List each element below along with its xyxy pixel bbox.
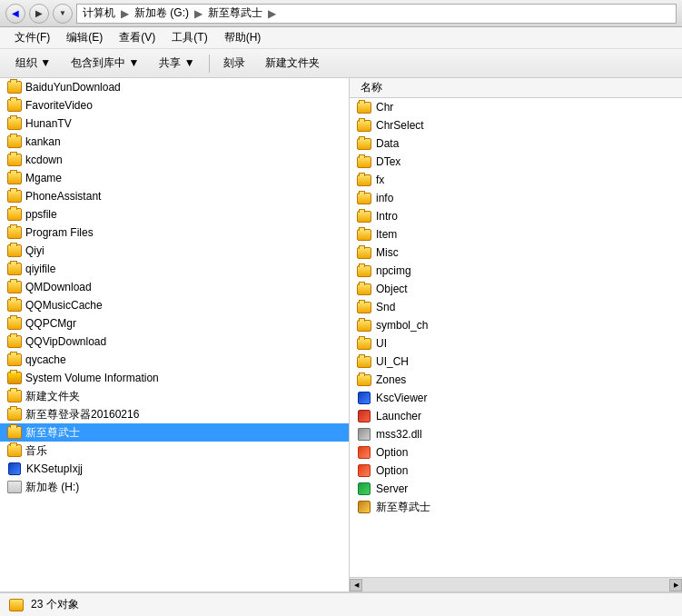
back-button[interactable]: ◀	[5, 4, 25, 24]
right-panel-item[interactable]: ChrSelect	[350, 116, 682, 134]
address-sep-3: ▶	[268, 7, 276, 20]
menu-edit[interactable]: 编辑(E)	[59, 28, 110, 47]
right-panel-item-label: KscViewer	[376, 392, 427, 404]
left-panel-item[interactable]: qycache	[0, 351, 349, 369]
dll-icon	[357, 427, 371, 442]
up-button[interactable]: ▼	[53, 4, 73, 24]
main-area: BaiduYunDownloadFavoriteVideoHunanTVkank…	[0, 78, 682, 592]
address-sep-2: ▶	[194, 7, 203, 20]
left-panel-item[interactable]: QMDownload	[0, 278, 349, 296]
folder-icon	[357, 374, 371, 386]
right-panel-item[interactable]: Option	[350, 443, 682, 462]
left-panel-item[interactable]: 新至尊武士	[0, 423, 349, 442]
left-panel-item[interactable]: HunanTV	[0, 114, 349, 133]
folder-icon	[7, 244, 22, 257]
right-panel-item[interactable]: Snd	[350, 298, 682, 316]
exe-option-icon	[357, 445, 371, 460]
menu-tools[interactable]: 工具(T)	[164, 28, 214, 47]
drive-icon	[7, 481, 22, 493]
right-panel-item-label: Misc	[376, 246, 399, 259]
left-panel-item[interactable]: QQPCMgr	[0, 314, 349, 333]
new-folder-button[interactable]: 新建文件夹	[257, 53, 328, 75]
left-panel-item[interactable]: KKSetupIxjj	[0, 460, 349, 478]
left-panel-item[interactable]: ppsfile	[0, 205, 349, 224]
right-panel-item[interactable]: Item	[350, 225, 682, 243]
left-panel-item[interactable]: 音乐	[0, 442, 349, 460]
right-panel-item[interactable]: Misc	[350, 243, 682, 262]
left-panel-item[interactable]: PhoneAssistant	[0, 187, 349, 205]
col-header-name[interactable]: 名称	[357, 80, 386, 95]
address-bar[interactable]: 计算机 ▶ 新加卷 (G:) ▶ 新至尊武士 ▶	[76, 4, 677, 24]
left-scroll-area[interactable]: BaiduYunDownloadFavoriteVideoHunanTVkank…	[0, 78, 349, 591]
folder-icon	[7, 281, 22, 293]
left-panel-item[interactable]: Qiyi	[0, 242, 349, 260]
right-panel-item[interactable]: Launcher	[350, 407, 682, 425]
right-panel-item-label: Item	[376, 228, 397, 241]
organize-button[interactable]: 组织 ▼	[7, 53, 59, 75]
hscroll-right-button[interactable]: ▶	[669, 579, 682, 591]
folder-icon	[357, 265, 371, 277]
left-panel-item[interactable]: QQMusicCache	[0, 296, 349, 314]
left-panel-item-label: qiyifile	[25, 263, 55, 275]
menu-view[interactable]: 查看(V)	[112, 28, 163, 47]
right-panel-item[interactable]: mss32.dll	[350, 425, 682, 443]
menu-help[interactable]: 帮助(H)	[217, 28, 269, 47]
left-panel-item[interactable]: System Volume Information	[0, 369, 349, 387]
left-panel-item[interactable]: 新至尊登录器20160216	[0, 405, 349, 423]
left-panel-item-label: BaiduYunDownload	[25, 81, 121, 94]
folder-icon	[357, 320, 371, 332]
right-panel-item-label: mss32.dll	[376, 428, 422, 441]
left-panel-item-label: 新至尊登录器20160216	[25, 407, 139, 422]
left-panel-item-label: FavoriteVideo	[25, 99, 93, 112]
folder-icon	[7, 226, 22, 239]
right-panel-item-label: Launcher	[376, 410, 421, 422]
left-panel-item[interactable]: kankan	[0, 133, 349, 151]
right-panel-item-label: Server	[376, 482, 408, 495]
left-panel-item[interactable]: 新建文件夹	[0, 387, 349, 405]
folder-icon	[7, 135, 22, 148]
share-button[interactable]: 共享 ▼	[151, 53, 203, 75]
folder-icon	[7, 335, 22, 348]
include-library-button[interactable]: 包含到库中 ▼	[63, 53, 147, 75]
left-panel-item[interactable]: QQVipDownload	[0, 333, 349, 351]
exe-option-icon	[357, 463, 371, 478]
right-header: 名称	[350, 78, 682, 98]
menu-file[interactable]: 文件(F)	[7, 28, 57, 47]
left-panel-item-label: 新至尊武士	[25, 425, 80, 441]
left-panel-item-label: 音乐	[25, 443, 47, 459]
right-panel-item[interactable]: symbol_ch	[350, 316, 682, 334]
right-panel-item-label: Option	[376, 464, 408, 477]
left-panel-item[interactable]: qiyifile	[0, 260, 349, 278]
left-panel-item[interactable]: BaiduYunDownload	[0, 78, 349, 96]
left-panel-item-label: ppsfile	[25, 208, 57, 221]
right-panel-item[interactable]: fx	[350, 171, 682, 189]
right-panel-item[interactable]: 新至尊武士	[350, 498, 682, 516]
right-panel-item[interactable]: KscViewer	[350, 389, 682, 407]
right-panel-item[interactable]: Object	[350, 280, 682, 298]
burn-button[interactable]: 刻录	[215, 53, 253, 75]
left-panel-item-label: PhoneAssistant	[25, 190, 101, 203]
right-scroll-area[interactable]: ChrChrSelectDataDTexfxinfoIntroItemMiscn…	[350, 98, 682, 577]
left-panel-item[interactable]: Program Files	[0, 224, 349, 242]
folder-icon	[7, 444, 22, 457]
left-panel-item[interactable]: 新加卷 (H:)	[0, 478, 349, 496]
right-panel-item[interactable]: Option	[350, 462, 682, 480]
right-panel-item[interactable]: npcimg	[350, 262, 682, 280]
forward-button[interactable]: ▶	[29, 4, 49, 24]
hscroll-left-button[interactable]: ◀	[350, 579, 362, 591]
right-panel-item[interactable]: Chr	[350, 98, 682, 116]
right-panel-item[interactable]: Intro	[350, 207, 682, 225]
toolbar: 组织 ▼ 包含到库中 ▼ 共享 ▼ 刻录 新建文件夹	[0, 49, 682, 78]
left-panel-item[interactable]: Mgame	[0, 169, 349, 187]
right-panel-item[interactable]: UI	[350, 334, 682, 353]
left-panel-item-label: 新加卷 (H:)	[25, 480, 79, 495]
right-panel-item[interactable]: info	[350, 189, 682, 207]
left-panel-item[interactable]: kcdown	[0, 151, 349, 169]
left-panel-item[interactable]: FavoriteVideo	[0, 96, 349, 114]
horizontal-scrollbar[interactable]: ◀ ▶	[350, 577, 682, 591]
right-panel-item[interactable]: Zones	[350, 371, 682, 389]
right-panel-item[interactable]: Data	[350, 134, 682, 153]
right-panel-item[interactable]: DTex	[350, 153, 682, 171]
right-panel-item[interactable]: Server	[350, 480, 682, 498]
right-panel-item[interactable]: UI_CH	[350, 353, 682, 371]
